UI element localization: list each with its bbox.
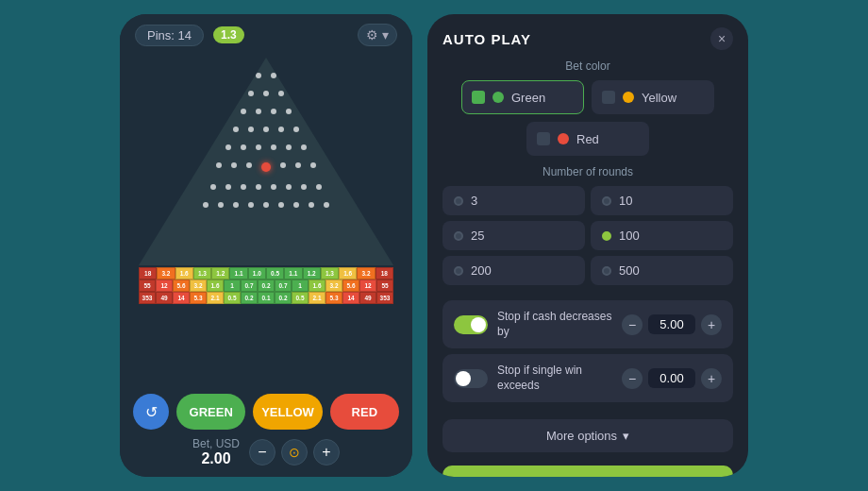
score-cell: 12 [156,279,173,292]
round-dot [602,266,611,276]
green-button[interactable]: GREEN [176,394,245,430]
dot [216,162,222,168]
bet-decrease-button[interactable]: − [249,439,275,466]
dot [280,162,286,168]
round-option-25[interactable]: 25 [442,221,585,250]
dot-row-8 [203,202,329,208]
score-row-3: 353 49 14 5.3 2.1 0.5 0.2 0.1 0.2 0.5 2.… [139,292,393,304]
yellow-button[interactable]: YELLOW [253,394,322,430]
dot [218,202,224,208]
dot [286,109,292,114]
dot [295,162,301,168]
dot [293,202,299,208]
score-cell: 5.6 [173,279,190,292]
round-label: 200 [471,263,492,278]
rounds-section: Number of rounds 3 10 25 100 [427,165,748,295]
dot-row-5 [225,144,307,150]
round-option-200[interactable]: 200 [442,256,585,285]
dot [309,202,314,208]
stop-section: Stop if cash decreases by − 5.00 + Stop … [427,295,748,414]
dot [246,162,252,168]
dot-row-4 [233,127,299,132]
score-cell: 0.2 [275,292,292,304]
phone-right: AUTO PLAY × Bet color ✓ Green Yellow [427,14,748,477]
round-option-100[interactable]: 100 [591,221,733,250]
color-option-red[interactable]: Red [526,122,649,156]
stop-cash-decrease[interactable]: − [622,314,643,335]
color-buttons: ↺ GREEN YELLOW RED [133,394,399,430]
bet-color-section: Bet color ✓ Green Yellow Red [427,59,748,165]
dot [203,202,209,208]
rounds-label: Number of rounds [442,165,733,178]
score-cell: 0.7 [241,279,258,292]
score-cell: 0.5 [292,292,309,304]
bet-amount: 2.00 [192,450,240,467]
round-label: 10 [619,194,632,208]
stop-cash-increase[interactable]: + [701,314,722,335]
dot [278,202,284,208]
more-options-button[interactable]: More options ▾ [442,419,733,452]
more-options-label: More options [546,429,617,443]
round-option-3[interactable]: 3 [442,186,585,215]
bet-increase-button[interactable]: + [313,439,340,466]
pins-value: 14 [178,28,192,42]
score-cell: 0.2 [241,292,258,304]
auto-play-title: AUTO PLAY [442,31,531,47]
color-option-yellow[interactable]: Yellow [592,80,714,114]
refresh-button[interactable]: ↺ [133,394,169,430]
score-cell: 55 [139,279,156,292]
score-cell: 14 [173,292,190,304]
score-cell: 5.3 [190,292,207,304]
multiplier-badge: 1.3 [213,26,244,43]
score-cell: 3.2 [357,267,375,279]
red-button[interactable]: RED [330,394,399,430]
dot [271,109,276,114]
dot [286,144,292,150]
dot [310,162,316,168]
dot [241,144,246,150]
stop-cash-toggle[interactable] [454,315,488,334]
score-cell: 55 [376,279,393,292]
color-options: ✓ Green Yellow Red [442,80,733,156]
dot [301,184,307,190]
round-option-500[interactable]: 500 [591,256,733,285]
stop-win-row: Stop if single win exceeds − 0.00 + [442,354,733,402]
score-cell: 1.3 [193,267,211,279]
close-button[interactable]: × [710,27,733,50]
score-cell: 353 [139,292,156,304]
bet-coin-button[interactable]: ⊙ [281,439,308,466]
dot [241,184,246,190]
top-bar: Pins: 14 1.3 ⚙ ▾ [120,14,412,52]
color-option-green[interactable]: ✓ Green [461,80,584,114]
dot [233,202,239,208]
dot-row-7 [210,184,322,190]
dot [286,184,292,190]
pins-badge: Pins: 14 [135,25,204,46]
score-row-1: 18 3.2 1.6 1.3 1.2 1.1 1.0 0.5 1.1 1.2 1… [139,267,393,279]
round-option-10[interactable]: 10 [591,186,733,215]
round-label: 25 [471,229,484,243]
score-cell: 1 [224,279,241,292]
stop-win-text: Stop if single win exceeds [497,364,612,393]
stop-win-decrease[interactable]: − [622,368,643,389]
stop-win-increase[interactable]: + [701,368,722,389]
score-cell: 2.1 [309,292,326,304]
stop-cash-value: 5.00 [648,314,695,334]
dot [241,109,246,114]
round-label: 3 [471,194,477,208]
dot [278,91,284,96]
dot [301,144,307,150]
dot-row-2 [248,91,284,96]
round-label: 500 [619,263,640,278]
score-cell: 3.2 [157,267,175,279]
pins-label: Pins: [147,28,175,42]
dot [225,184,231,190]
settings-button[interactable]: ⚙ ▾ [358,24,397,46]
start-auto-button[interactable]: START AUTO [442,466,733,477]
score-cell: 2.1 [207,292,224,304]
toggle-knob [456,371,471,386]
dot [248,202,254,208]
bottom-controls: ↺ GREEN YELLOW RED Bet, USD 2.00 − ⊙ + [120,386,412,477]
stop-win-toggle[interactable] [454,369,488,388]
dot [271,184,276,190]
